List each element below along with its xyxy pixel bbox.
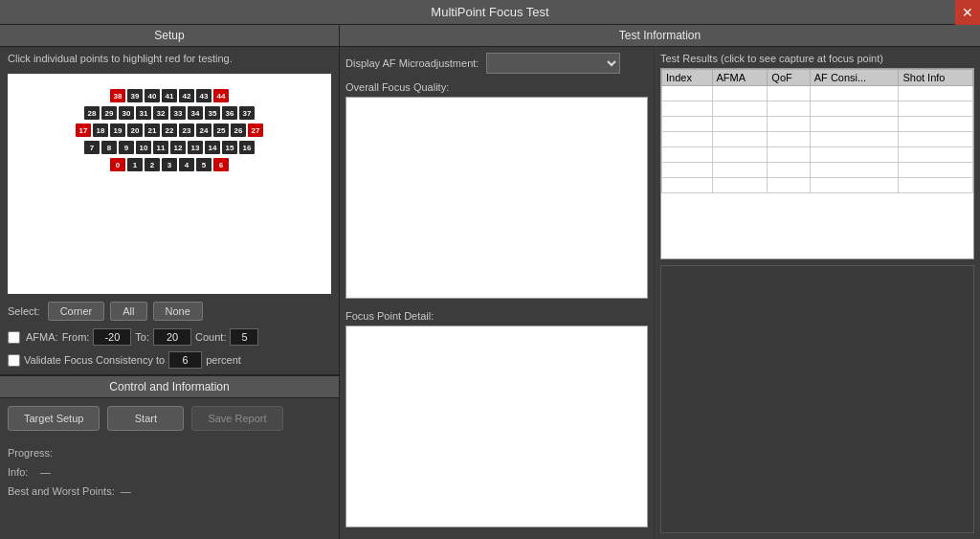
app-title: MultiPoint Focus Test [431,5,548,19]
afma-count-input[interactable] [230,328,258,346]
focus-point[interactable]: 40 [145,89,160,102]
table-row [662,86,973,101]
focus-grid-area[interactable]: 3839404142434428293031323334353637171819… [8,74,331,294]
col-shotinfo: Shot Info [899,70,973,86]
col-afma: AFMA [712,70,768,86]
focus-point[interactable]: 29 [101,106,117,120]
focus-point[interactable]: 24 [196,124,212,137]
focus-point[interactable]: 1 [127,158,143,171]
close-button[interactable]: ✕ [955,0,980,25]
afma-checkbox[interactable] [8,331,20,344]
focus-point[interactable]: 25 [213,124,229,137]
focus-point[interactable]: 42 [179,89,194,102]
focus-point[interactable]: 32 [153,106,168,120]
progress-line: Progress: [8,444,331,463]
info-label: Info: [8,466,28,478]
results-label: Test Results (click to see capture at fo… [660,53,974,64]
setup-instructions: Click individual points to highlight red… [0,47,339,70]
afma-to-input[interactable] [153,328,191,346]
table-row [662,101,973,117]
focus-point[interactable]: 39 [127,89,143,102]
buttons-row: Target Setup Start Save Report [0,398,339,438]
col-qof: QoF [768,70,810,86]
left-test-col: Display AF Microadjustment: Overall Focu… [340,47,655,539]
table-row [662,117,973,132]
focus-point[interactable]: 33 [170,106,186,120]
best-worst-value: — [121,485,131,497]
none-button[interactable]: None [153,302,203,321]
results-table-container[interactable]: Index AFMA QoF AF Consi... Shot Info [660,68,974,259]
focus-point[interactable]: 21 [145,124,160,137]
focus-point[interactable]: 38 [110,89,125,102]
focus-point-row: 0123456 [45,157,294,172]
display-af-label: Display AF Microadjustment: [345,57,479,69]
focus-point[interactable]: 10 [136,141,151,154]
focus-grid: 3839404142434428293031323334353637171819… [45,88,294,280]
focus-point[interactable]: 9 [119,141,134,154]
focus-point[interactable]: 27 [248,124,263,137]
focus-point[interactable]: 36 [222,106,237,120]
focus-point[interactable]: 19 [110,124,125,137]
focus-point[interactable]: 4 [179,158,194,171]
focus-point[interactable]: 12 [170,141,186,154]
focus-point[interactable]: 7 [84,141,100,154]
col-index: Index [662,70,713,86]
focus-point[interactable]: 26 [231,124,246,137]
focus-point[interactable]: 8 [101,141,117,154]
validate-input[interactable] [168,351,202,369]
focus-point[interactable]: 13 [188,141,203,154]
focus-point[interactable]: 34 [188,106,203,120]
focus-point-detail-box [345,326,648,528]
focus-point[interactable]: 11 [153,141,168,154]
focus-point[interactable]: 18 [93,124,108,137]
thumbnail-area [660,265,974,533]
validate-row: Validate Focus Consistency to percent [0,349,339,375]
focus-point[interactable]: 43 [196,89,212,102]
control-header: Control and Information [0,375,339,398]
focus-point[interactable]: 37 [239,106,255,120]
focus-point[interactable]: 20 [127,124,143,137]
col-afconsi: AF Consi... [810,70,899,86]
focus-point[interactable]: 0 [110,158,125,171]
focus-point[interactable]: 16 [239,141,255,154]
count-label: Count: [195,331,226,343]
corner-button[interactable]: Corner [48,302,105,321]
focus-point[interactable]: 44 [213,89,229,102]
save-report-button[interactable]: Save Report [191,406,282,431]
focus-point-row: 1718192021222324252627 [45,123,294,138]
info-value: — [40,466,51,478]
from-label: From: [62,331,90,343]
table-row [662,163,973,178]
test-info-header: Test Information [340,25,980,47]
best-worst-line: Best and Worst Points: — [8,483,331,502]
focus-point[interactable]: 35 [205,106,220,120]
focus-point-detail-label: Focus Point Detail: [345,310,648,322]
focus-point[interactable]: 17 [76,124,91,137]
focus-point[interactable]: 14 [205,141,220,154]
validate-checkbox[interactable] [8,354,20,367]
title-bar: MultiPoint Focus Test ✕ [0,0,980,25]
focus-point[interactable]: 28 [84,106,100,120]
select-row: Select: Corner All None [0,298,339,325]
focus-point[interactable]: 2 [145,158,160,171]
focus-point[interactable]: 15 [222,141,237,154]
focus-point[interactable]: 23 [179,124,194,137]
focus-point-row: 38394041424344 [45,88,294,103]
focus-point[interactable]: 3 [162,158,177,171]
display-af-dropdown[interactable] [486,53,620,74]
afma-from-input[interactable] [93,328,131,346]
table-row [662,132,973,147]
focus-point[interactable]: 41 [162,89,177,102]
focus-point[interactable]: 31 [136,106,151,120]
focus-point[interactable]: 6 [213,158,229,171]
table-header-row: Index AFMA QoF AF Consi... Shot Info [662,70,973,86]
focus-point[interactable]: 22 [162,124,177,137]
all-button[interactable]: All [110,302,146,321]
target-setup-button[interactable]: Target Setup [8,406,100,431]
focus-point[interactable]: 5 [196,158,212,171]
info-line: Info: — [8,463,331,483]
focus-point[interactable]: 30 [119,106,134,120]
start-button[interactable]: Start [107,406,184,431]
table-row [662,147,973,163]
right-test-col: Test Results (click to see capture at fo… [655,47,980,539]
